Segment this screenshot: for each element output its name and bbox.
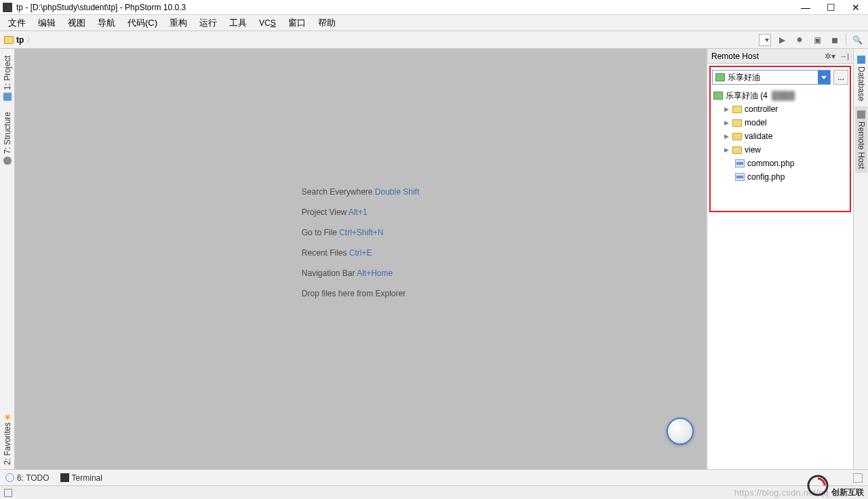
expand-icon[interactable]: ▶: [724, 146, 730, 153]
menu-refactor[interactable]: 重构: [164, 16, 193, 31]
menu-run[interactable]: 运行: [194, 16, 222, 31]
window-controls: — ☐ ✕: [801, 2, 865, 13]
hint-drop: Drop files here from Explorer: [302, 289, 406, 298]
breadcrumb[interactable]: tp 〉: [4, 34, 35, 45]
run-config-select[interactable]: [759, 34, 771, 46]
nav-bar: tp 〉 ▶ ✸ ▣ ◼ 🔍: [0, 31, 868, 49]
left-tool-strip: 1: Project 7: Structure 2: Favorites★: [0, 49, 15, 469]
menu-code[interactable]: 代码(C): [122, 16, 163, 31]
coverage-button[interactable]: ▣: [810, 33, 824, 47]
main-body: 1: Project 7: Structure 2: Favorites★ Se…: [0, 49, 868, 469]
right-tool-strip: Database Remote Host: [853, 49, 868, 469]
window-title: tp - [D:\phpStudy\student\tp] - PhpStorm…: [16, 3, 186, 12]
hint-search-kb: Double Shift: [375, 187, 419, 197]
hint-project-label: Project View: [302, 207, 349, 217]
editor-area[interactable]: Search Everywhere Double Shift Project V…: [15, 49, 707, 469]
breadcrumb-root: tp: [16, 35, 24, 45]
resize-handle[interactable]: [853, 473, 863, 483]
menu-vcs[interactable]: VCS: [254, 16, 281, 29]
server-icon: [715, 73, 725, 81]
brand-text: 创新互联: [831, 487, 864, 498]
minimize-button[interactable]: —: [801, 2, 810, 13]
hint-nav-kb: Alt+Home: [357, 268, 393, 278]
run-button[interactable]: ▶: [775, 33, 789, 47]
tab-structure[interactable]: 7: Structure: [1, 108, 14, 169]
debug-button[interactable]: ✸: [793, 33, 806, 47]
status-indicator[interactable]: [4, 489, 12, 497]
tab-database[interactable]: Database: [855, 52, 867, 105]
menu-view[interactable]: 视图: [62, 16, 91, 31]
expand-icon[interactable]: ▶: [724, 133, 730, 140]
php-file-icon: [735, 159, 745, 167]
server-icon: [713, 92, 723, 100]
tree-folder-validate[interactable]: ▶validate: [712, 129, 848, 143]
todo-icon: [5, 473, 14, 482]
menu-edit[interactable]: 编辑: [33, 16, 61, 31]
hint-recent-label: Recent Files: [302, 248, 349, 258]
stop-button[interactable]: ◼: [828, 33, 842, 47]
remote-host-panel: Remote Host ✲▾ →| 乐享好油 ... 乐享好油 (4 ████ …: [707, 49, 853, 469]
menu-bar: 文件 编辑 视图 导航 代码(C) 重构 运行 工具 VCS 窗口 帮助: [0, 15, 868, 31]
tree-folder-controller[interactable]: ▶controller: [712, 102, 848, 116]
remote-server-selected: 乐享好油: [728, 72, 760, 83]
hint-goto-label: Go to File: [302, 228, 339, 237]
hint-recent-kb: Ctrl+E: [349, 248, 372, 258]
status-bar: https://blog.csdn.net/qq 创新互联: [0, 485, 868, 499]
avatar-overlay: [667, 418, 694, 445]
tree-root[interactable]: 乐享好油 (4 ████: [712, 89, 848, 102]
chevron-right-icon: 〉: [26, 34, 35, 45]
remote-server-select[interactable]: 乐享好油: [712, 70, 831, 85]
tab-remote-host[interactable]: Remote Host: [855, 106, 867, 173]
hint-goto-kb: Ctrl+Shift+N: [339, 228, 383, 237]
bottom-tool-strip: 6: TODO Terminal: [0, 469, 868, 485]
tab-favorites[interactable]: 2: Favorites★: [1, 407, 14, 469]
menu-file[interactable]: 文件: [3, 16, 31, 31]
project-icon: [3, 93, 12, 101]
menu-window[interactable]: 窗口: [283, 16, 311, 31]
collapse-icon[interactable]: →|: [840, 52, 849, 60]
menu-help[interactable]: 帮助: [313, 16, 341, 31]
remote-server-more-button[interactable]: ...: [833, 70, 848, 85]
star-icon: ★: [2, 414, 10, 422]
terminal-icon: [60, 473, 69, 482]
gear-icon[interactable]: ✲▾: [825, 52, 835, 61]
php-file-icon: [735, 173, 745, 181]
tree-folder-model[interactable]: ▶model: [712, 116, 848, 129]
search-button[interactable]: 🔍: [850, 33, 864, 47]
maximize-button[interactable]: ☐: [827, 2, 835, 13]
structure-icon: [3, 157, 12, 165]
blurred-text: ████: [772, 91, 795, 100]
title-bar: tp - [D:\phpStudy\student\tp] - PhpStorm…: [0, 0, 868, 15]
menu-tools[interactable]: 工具: [224, 16, 252, 31]
menu-navigate[interactable]: 导航: [92, 16, 121, 31]
app-icon: [3, 3, 12, 12]
tab-todo[interactable]: 6: TODO: [5, 473, 50, 483]
toolbar-right: ▶ ✸ ▣ ◼ 🔍: [759, 33, 864, 47]
chevron-down-icon: [818, 71, 830, 84]
remote-tree: 乐享好油 (4 ████ ▶controller ▶model ▶validat…: [712, 89, 848, 184]
tab-terminal[interactable]: Terminal: [60, 473, 102, 483]
hint-project-kb: Alt+1: [349, 207, 368, 217]
remote-host-content: 乐享好油 ... 乐享好油 (4 ████ ▶controller ▶model…: [709, 66, 851, 212]
folder-icon: [732, 146, 742, 154]
remote-host-title: Remote Host: [711, 52, 759, 61]
folder-icon: [732, 106, 742, 113]
database-icon: [857, 56, 865, 64]
remote-host-header: Remote Host ✲▾ →|: [707, 49, 853, 64]
folder-icon: [732, 133, 742, 140]
tree-file-common[interactable]: common.php: [712, 157, 848, 170]
brand-logo: [807, 475, 829, 496]
hint-nav-label: Navigation Bar: [302, 268, 357, 278]
hint-search-label: Search Everywhere: [302, 187, 375, 197]
tab-project[interactable]: 1: Project: [1, 52, 14, 105]
separator: [846, 34, 846, 46]
welcome-hints: Search Everywhere Double Shift Project V…: [302, 178, 419, 306]
tree-folder-view[interactable]: ▶view: [712, 143, 848, 157]
remote-host-icon: [857, 111, 865, 119]
folder-icon: [4, 36, 14, 44]
folder-icon: [732, 119, 742, 127]
close-button[interactable]: ✕: [852, 2, 860, 13]
expand-icon[interactable]: ▶: [724, 106, 730, 113]
expand-icon[interactable]: ▶: [724, 119, 730, 126]
tree-file-config[interactable]: config.php: [712, 170, 848, 184]
